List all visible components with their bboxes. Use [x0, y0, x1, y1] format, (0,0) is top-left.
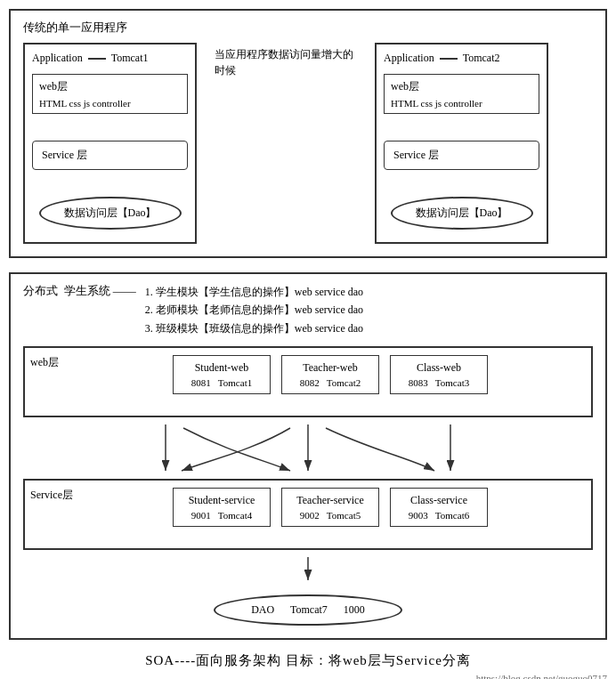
- service-layer-label: Service层: [30, 488, 73, 503]
- arrows-area: [23, 424, 593, 477]
- dao-row: DAO Tomcat7 1000: [23, 594, 593, 626]
- app2-service-layer: Service 层: [384, 141, 539, 170]
- teacher-web-node: Teacher-web 8082 Tomcat2: [281, 355, 379, 394]
- top-section-title: 传统的单一应用程序: [23, 20, 593, 36]
- top-apps-container: Application Tomcat1 web层 HTML css js con…: [23, 43, 593, 244]
- module-1: 1. 学生模块【学生信息的操作】web service dao: [145, 283, 363, 301]
- class-service-sub: 9003 Tomcat6: [400, 510, 478, 521]
- web-layer-content: Student-web 8081 Tomcat1 Teacher-web 808…: [34, 355, 582, 394]
- dao-arrow-svg: [50, 557, 566, 584]
- bottom-section: 分布式 学生系统 —— 1. 学生模块【学生信息的操作】web service …: [9, 272, 607, 640]
- dist-header: 分布式 学生系统 —— 1. 学生模块【学生信息的操作】web service …: [23, 283, 593, 337]
- class-web-node: Class-web 8083 Tomcat3: [390, 355, 488, 394]
- dao-arrow-area: [23, 557, 593, 587]
- top-note-text: 当应用程序数据访问量增大的时候: [215, 43, 357, 78]
- student-web-sub: 8081 Tomcat1: [182, 377, 261, 388]
- teacher-service-node: Teacher-service 9002 Tomcat5: [281, 488, 379, 527]
- app1-line: [88, 58, 106, 60]
- top-section: 传统的单一应用程序 Application Tomcat1 web层 HTML …: [9, 9, 607, 258]
- app2-label: Application: [384, 52, 434, 65]
- dao-ellipse: DAO Tomcat7 1000: [214, 594, 402, 626]
- app2-line: [440, 58, 458, 60]
- student-service-sub: 9001 Tomcat4: [182, 510, 261, 521]
- app2-header: Application Tomcat2: [384, 52, 539, 65]
- student-service-node: Student-service 9001 Tomcat4: [173, 488, 271, 527]
- app1-server: Tomcat1: [111, 52, 149, 65]
- app1-dao: 数据访问层【Dao】: [39, 197, 182, 230]
- app-box-1: Application Tomcat1 web层 HTML css js con…: [23, 43, 197, 244]
- module-3: 3. 班级模块【班级信息的操作】web service dao: [145, 319, 363, 337]
- student-web-node: Student-web 8081 Tomcat1: [173, 355, 271, 394]
- web-layer-label: web层: [30, 355, 59, 370]
- app1-header: Application Tomcat1: [32, 52, 188, 65]
- module-2: 2. 老师模块【老师信息的操作】web service dao: [145, 301, 363, 319]
- teacher-web-sub: 8082 Tomcat2: [291, 377, 369, 388]
- footer-text: SOA----面向服务架构 目标：将web层与Service分离: [9, 652, 607, 669]
- service-layer-content: Student-service 9001 Tomcat4 Teacher-ser…: [34, 488, 582, 527]
- dist-prefix: 分布式 学生系统 ——: [23, 283, 136, 299]
- web-layer-box: web层 Student-web 8081 Tomcat1 Teacher-we…: [23, 346, 593, 417]
- teacher-service-sub: 9002 Tomcat5: [291, 510, 369, 521]
- app1-web-layer: web层 HTML css js controller: [32, 74, 188, 114]
- watermark: https://blog.csdn.net/guoguo0717: [9, 673, 607, 679]
- app1-service-layer: Service 层: [32, 141, 188, 170]
- app2-dao: 数据访问层【Dao】: [391, 197, 533, 230]
- service-layer-box: Service层 Student-service 9001 Tomcat4 Te…: [23, 479, 593, 550]
- app2-server: Tomcat2: [463, 52, 500, 65]
- app1-label: Application: [32, 52, 83, 65]
- class-web-sub: 8083 Tomcat3: [400, 377, 478, 388]
- app-box-2: Application Tomcat2 web层 HTML css js con…: [375, 43, 548, 244]
- app2-web-layer: web层 HTML css js controller: [384, 74, 539, 114]
- dist-modules: 1. 学生模块【学生信息的操作】web service dao 2. 老师模块【…: [145, 283, 363, 337]
- arrows-svg: [50, 424, 566, 473]
- top-note: 当应用程序数据访问量增大的时候: [215, 43, 357, 78]
- class-service-node: Class-service 9003 Tomcat6: [390, 488, 488, 527]
